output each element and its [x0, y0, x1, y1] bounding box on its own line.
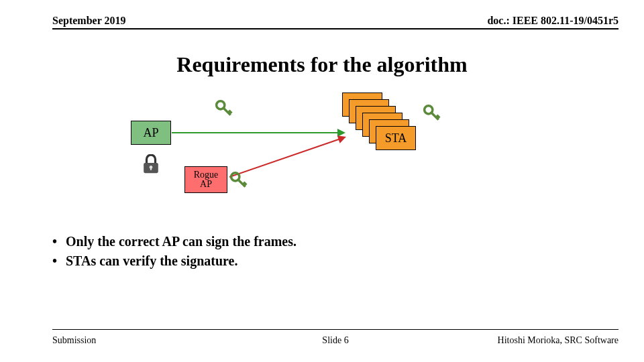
header-date: September 2019	[52, 15, 125, 27]
footer-author: Hitoshi Morioka, SRC Software	[498, 335, 619, 346]
sta-stack: STA	[342, 93, 423, 153]
header-doc: doc.: IEEE 802.11-19/0451r5	[487, 15, 619, 27]
sta-label: STA	[385, 131, 407, 145]
diagram: AP Rogue AP STA	[114, 87, 530, 221]
ap-private-key-icon	[215, 99, 233, 118]
lock-icon	[142, 154, 160, 174]
bullet-item: Only the correct AP can sign the frames.	[52, 232, 297, 251]
bullet-item: STAs can verify the signature.	[52, 251, 297, 271]
footer: Submission Slide 6 Hitoshi Morioka, SRC …	[52, 335, 619, 346]
rogue-ap-node: Rogue AP	[184, 166, 227, 193]
header-rule	[52, 28, 619, 29]
footer-rule	[52, 329, 619, 330]
footer-slide-number: Slide 6	[322, 335, 348, 346]
svg-rect-2	[150, 167, 152, 170]
sta-public-key-icon	[423, 104, 441, 123]
arrow-ap-to-sta	[172, 132, 343, 133]
ap-node: AP	[131, 121, 171, 145]
header: September 2019 doc.: IEEE 802.11-19/0451…	[52, 15, 619, 27]
rogue-private-key-icon	[229, 171, 248, 190]
sta-node: STA	[376, 126, 416, 150]
slide-title: Requirements for the algorithm	[0, 52, 644, 77]
slide: September 2019 doc.: IEEE 802.11-19/0451…	[0, 0, 644, 362]
bullet-list: Only the correct AP can sign the frames.…	[52, 232, 297, 271]
rogue-ap-label: Rogue AP	[194, 170, 219, 189]
ap-label: AP	[143, 126, 158, 140]
footer-left: Submission	[52, 335, 96, 346]
